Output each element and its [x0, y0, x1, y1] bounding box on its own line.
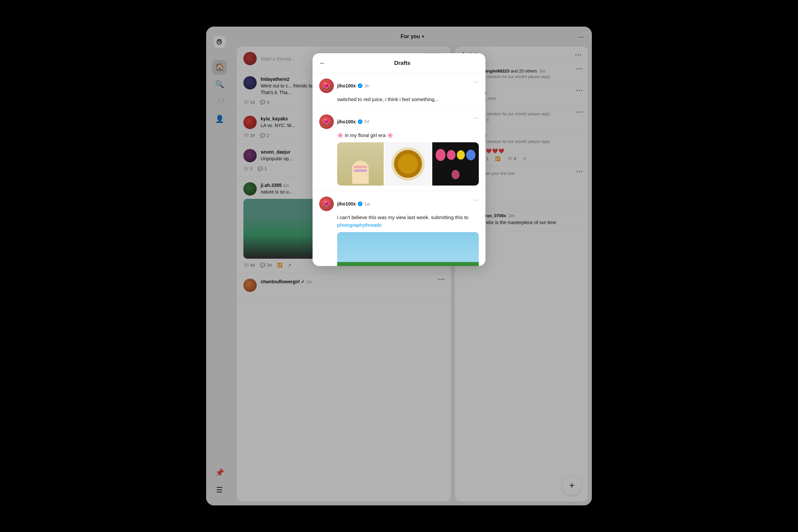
modal-title: Drafts: [326, 60, 479, 66]
draft-time: 1w: [364, 202, 370, 207]
draft-username: jiho100x: [337, 201, 356, 207]
modal-overlay: ← Drafts 🌺 jiho100x ✓ 3h: [206, 26, 592, 506]
draft-image-3: [432, 142, 479, 186]
draft-username: jiho100x: [337, 83, 356, 89]
draft-more-icon[interactable]: ···: [474, 114, 479, 121]
draft-user-info: jiho100x ✓ 5d: [337, 119, 479, 125]
drafts-modal: ← Drafts 🌺 jiho100x ✓ 3h: [312, 53, 486, 266]
draft-item: 🌺 jiho100x ✓ 5d 🌸 in my floral girl era …: [312, 109, 486, 191]
draft-more-icon[interactable]: ···: [474, 196, 479, 204]
verified-badge: ✓: [358, 119, 362, 124]
draft-user-info: jiho100x ✓ 1w: [337, 201, 479, 207]
draft-item: 🌺 jiho100x ✓ 3h switched to red juice, i…: [312, 73, 486, 109]
draft-images: [337, 142, 479, 186]
draft-time: 5d: [364, 119, 369, 124]
draft-text: i can't believe this was my view last we…: [337, 214, 479, 229]
draft-header: 🌺 jiho100x ✓ 1w: [319, 196, 479, 211]
draft-image-1: [337, 142, 384, 186]
draft-avatar: 🌺: [319, 78, 334, 93]
verified-badge: ✓: [358, 202, 362, 206]
draft-avatar: 🌺: [319, 114, 334, 129]
draft-header: 🌺 jiho100x ✓ 3h: [319, 78, 479, 93]
draft-link[interactable]: photographythreads: [337, 222, 381, 228]
modal-body: 🌺 jiho100x ✓ 3h switched to red juice, i…: [312, 73, 486, 266]
draft-header: 🌺 jiho100x ✓ 5d: [319, 114, 479, 129]
draft-time: 3h: [364, 83, 369, 89]
draft-more-icon[interactable]: ···: [474, 78, 479, 86]
draft-text: 🌸 in my floral girl era 🌸: [337, 132, 479, 139]
draft-user-info: jiho100x ✓ 3h: [337, 83, 479, 89]
back-button[interactable]: ←: [319, 59, 326, 67]
draft-avatar: 🌺: [319, 196, 334, 211]
verified-badge: ✓: [358, 83, 362, 88]
modal-header: ← Drafts: [312, 53, 486, 73]
draft-text: switched to red juice, i think i feel so…: [337, 96, 479, 103]
draft-username: jiho100x: [337, 119, 356, 125]
draft-image-2: [385, 142, 431, 186]
draft-item: 🌺 jiho100x ✓ 1w i can't believe this was…: [312, 191, 486, 266]
draft-single-image: [337, 232, 479, 266]
